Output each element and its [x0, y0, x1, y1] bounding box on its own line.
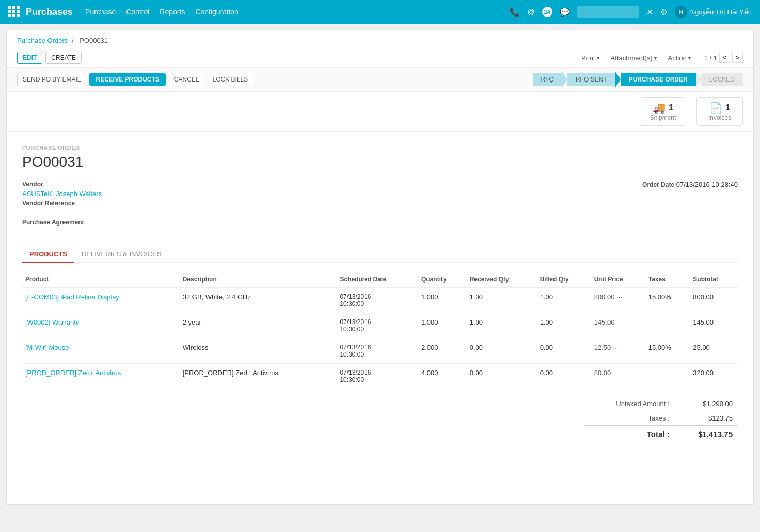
- nav-configuration[interactable]: Configuration: [195, 8, 238, 16]
- table-row[interactable]: [M-Wir] MouseWireless07/13/2016 10:30:00…: [22, 338, 738, 364]
- cell-subtotal: 25.00: [690, 338, 738, 364]
- total-label: Total :: [584, 425, 674, 441]
- col-scheduled-date: Scheduled Date: [337, 271, 418, 287]
- create-button[interactable]: CREATE: [45, 52, 82, 64]
- cell-description: Wireless: [180, 338, 337, 364]
- nav-control[interactable]: Control: [126, 8, 149, 16]
- chat-icon[interactable]: 💬: [560, 7, 570, 17]
- invoices-count: 1: [725, 103, 730, 112]
- pager-next[interactable]: >: [732, 53, 743, 63]
- pipeline-step-locked[interactable]: LOCKED: [701, 73, 743, 86]
- purchase-agreement-label: Purchase Agreement: [22, 219, 102, 226]
- untaxed-value: $1,290.00: [675, 398, 737, 411]
- help-icon[interactable]: ⚙: [660, 7, 668, 17]
- taxes-value: $123.75: [675, 412, 737, 424]
- notification-badge[interactable]: 24: [542, 7, 552, 17]
- cell-scheduled-date: 07/13/2016 10:30:00: [337, 338, 418, 364]
- cell-billed-qty: 1.00: [537, 313, 591, 338]
- cell-unit-price: 800.00 ···: [591, 287, 645, 313]
- user-menu[interactable]: N Nguyễn Thị Hải Yến: [675, 6, 752, 18]
- cell-description: 2 year: [180, 313, 337, 338]
- cell-quantity: 2.000: [418, 338, 467, 364]
- cell-taxes: [645, 313, 690, 338]
- attachment-label: Attachment(s): [611, 54, 653, 62]
- print-button[interactable]: Print ▾: [577, 52, 604, 64]
- cell-description: 32 GB, White, 2.4 GHz: [180, 287, 337, 313]
- invoice-icon: 📄: [709, 102, 722, 114]
- col-product: Product: [22, 271, 180, 287]
- totals-table: Untaxed Amount : $1,290.00 Taxes : $123.…: [583, 397, 738, 442]
- po-number: PO00031: [22, 154, 738, 170]
- col-description: Description: [180, 271, 337, 287]
- table-row[interactable]: [W0002] Warranty2 year07/13/2016 10:30:0…: [22, 313, 738, 338]
- fields-grid: Vendor ASUSTeK, Joseph Walters Vendor Re…: [22, 181, 738, 236]
- lock-bills-button[interactable]: LOCK BILLS: [208, 73, 254, 86]
- shipment-button[interactable]: 🚚 1 Shipment: [640, 97, 686, 126]
- cell-billed-qty: 0.00: [537, 338, 591, 364]
- pipeline: RFQ RFQ SENT PURCHASE ORDER LOCKED: [533, 72, 743, 87]
- cell-product[interactable]: [W0002] Warranty: [22, 313, 180, 338]
- col-unit-price: Unit Price: [591, 271, 645, 287]
- nav-purchase[interactable]: Purchase: [85, 8, 116, 16]
- pipeline-arrow-2: [615, 72, 621, 87]
- cell-subtotal: 800.00: [690, 287, 738, 313]
- purchase-agreement-value: [22, 228, 102, 236]
- breadcrumb: Purchase Orders / PO00031: [7, 30, 753, 49]
- cell-taxes: 15.00%: [645, 287, 690, 313]
- cell-taxes: [645, 364, 690, 389]
- search-input[interactable]: [577, 6, 639, 18]
- table-row[interactable]: [PROD_ORDER] Zed+ Antivirus[PROD_ORDER] …: [22, 364, 738, 389]
- cell-scheduled-date: 07/13/2016 10:30:00: [337, 364, 418, 389]
- pipeline-arrow-1: [562, 72, 567, 87]
- attachment-caret: ▾: [654, 55, 657, 61]
- vendor-field: Vendor ASUSTeK, Joseph Walters Vendor Re…: [22, 181, 102, 236]
- breadcrumb-parent[interactable]: Purchase Orders: [17, 37, 68, 44]
- cell-received-qty: 0.00: [467, 364, 537, 389]
- nav-reports[interactable]: Reports: [160, 8, 185, 16]
- print-label: Print: [581, 54, 595, 62]
- tab-deliveries[interactable]: DELIVERIES & INVOICES: [74, 246, 169, 263]
- cell-subtotal: 145.00: [690, 313, 738, 338]
- form-body: Purchase Order PO00031 Vendor ASUSTeK, J…: [7, 132, 753, 454]
- cell-received-qty: 1.00: [467, 313, 537, 338]
- user-name: Nguyễn Thị Hải Yến: [690, 8, 752, 16]
- vendor-value[interactable]: ASUSTeK, Joseph Walters: [22, 190, 102, 198]
- cell-product[interactable]: [PROD_ORDER] Zed+ Antivirus: [22, 364, 180, 389]
- pipeline-step-rfq[interactable]: RFQ: [533, 73, 562, 86]
- phone-icon[interactable]: 📞: [510, 7, 520, 17]
- settings-icon[interactable]: ✕: [646, 7, 653, 17]
- cancel-button[interactable]: CANCEL: [169, 73, 204, 86]
- cell-unit-price: 80.00: [591, 364, 645, 389]
- send-po-button[interactable]: SEND PO BY EMAIL: [17, 73, 86, 86]
- products-table: Product Description Scheduled Date Quant…: [22, 271, 738, 389]
- tab-products[interactable]: PRODUCTS: [22, 246, 74, 263]
- attachment-button[interactable]: Attachment(s) ▾: [607, 52, 661, 64]
- invoices-button[interactable]: 📄 1 Invoices: [696, 97, 743, 126]
- cell-product[interactable]: [M-Wir] Mouse: [22, 338, 180, 364]
- pipeline-step-po[interactable]: PURCHASE ORDER: [621, 73, 696, 86]
- cell-product[interactable]: [E-COM03] iPad Retina Display: [22, 287, 180, 313]
- receive-products-button[interactable]: RECEIVE PRODUCTS: [89, 73, 165, 86]
- pipeline-arrow-3: [696, 72, 701, 87]
- edit-button[interactable]: EDIT: [17, 52, 42, 64]
- cell-received-qty: 1.00: [467, 287, 537, 313]
- order-date-value: 07/13/2016 10:28:40: [676, 181, 738, 188]
- status-bar: SEND PO BY EMAIL RECEIVE PRODUCTS CANCEL…: [7, 68, 753, 92]
- avatar: N: [675, 6, 687, 18]
- order-date-field: Order Date 07/13/2016 10:28:40: [642, 181, 738, 236]
- cell-billed-qty: 0.00: [537, 364, 591, 389]
- action-button[interactable]: Action ▾: [664, 52, 695, 64]
- pipeline-step-rfqsent[interactable]: RFQ SENT: [567, 73, 615, 86]
- taxes-label: Taxes :: [584, 412, 674, 424]
- app-brand[interactable]: Purchases: [26, 7, 73, 18]
- cell-scheduled-date: 07/13/2016 10:30:00: [337, 287, 418, 313]
- breadcrumb-current: PO00031: [80, 37, 108, 44]
- taxes-row: Taxes : $123.75: [584, 412, 737, 424]
- pager-prev[interactable]: <: [719, 53, 730, 63]
- apps-icon[interactable]: [8, 6, 21, 18]
- cell-unit-price: 12.50 ···: [591, 338, 645, 364]
- table-row[interactable]: [E-COM03] iPad Retina Display32 GB, Whit…: [22, 287, 738, 313]
- invoices-label: Invoices: [708, 114, 731, 121]
- total-value: $1,413.75: [675, 425, 737, 441]
- col-billed-qty: Billed Qty: [537, 271, 591, 287]
